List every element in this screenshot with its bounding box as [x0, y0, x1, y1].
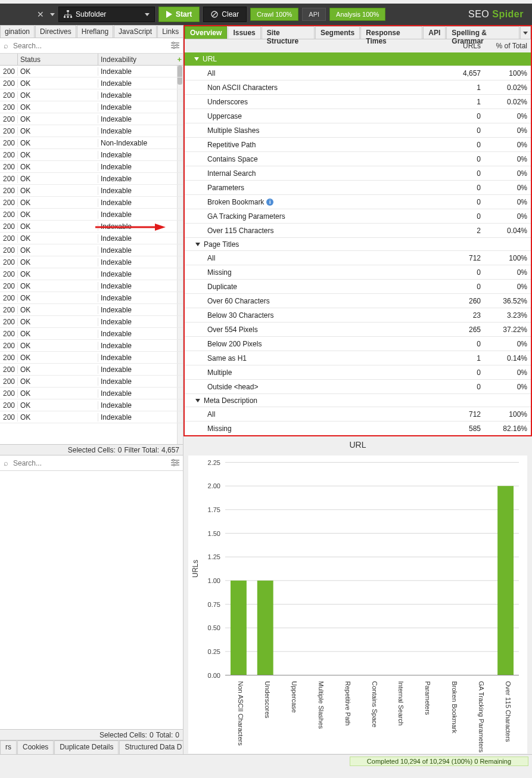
- overview-row[interactable]: Contains Space 00%: [185, 151, 531, 166]
- table-row[interactable]: 200OKIndexable: [0, 399, 183, 411]
- right-tab[interactable]: Site Structure: [262, 26, 315, 39]
- table-row[interactable]: 200OKIndexable: [0, 161, 183, 173]
- overview-row[interactable]: All 712100%: [185, 250, 531, 265]
- right-tab[interactable]: Issues: [228, 26, 260, 39]
- table-row[interactable]: 200OKIndexable: [0, 113, 183, 125]
- table-row[interactable]: 200OKIndexable: [0, 89, 183, 101]
- table-row[interactable]: 200OKIndexable: [0, 244, 183, 256]
- bottom-tab[interactable]: Duplicate Details: [54, 740, 119, 754]
- close-icon[interactable]: ✕: [37, 10, 44, 19]
- overview-row[interactable]: Multiple 00%: [185, 365, 531, 379]
- overview-row[interactable]: Missing 58582.16%: [185, 421, 531, 435]
- annotation-arrow: [95, 222, 167, 232]
- overview-row[interactable]: All 4,657100%: [185, 66, 531, 80]
- table-row[interactable]: 200OKIndexable: [0, 197, 183, 209]
- table-row[interactable]: 200OKIndexable: [0, 388, 183, 399]
- right-tab[interactable]: Response Times: [360, 26, 422, 39]
- col-urls[interactable]: URLs: [437, 42, 484, 50]
- bottom-tab[interactable]: Structured Data D: [119, 740, 187, 754]
- overview-group-url[interactable]: URL: [185, 52, 531, 66]
- left-tab[interactable]: Directives: [35, 25, 76, 38]
- table-row[interactable]: 200OKIndexable: [0, 268, 183, 280]
- table-row[interactable]: 200OKIndexable: [0, 292, 183, 304]
- tab-overflow-dropdown[interactable]: [520, 26, 531, 39]
- svg-rect-54: [497, 486, 514, 675]
- table-row[interactable]: 200OKIndexable: [0, 340, 183, 352]
- table-row[interactable]: 200OKIndexable: [0, 185, 183, 197]
- svg-text:Over 115 Characters: Over 115 Characters: [505, 681, 512, 743]
- left-tab[interactable]: Links: [157, 25, 183, 38]
- overview-row[interactable]: Over 115 Characters 20.04%: [185, 223, 531, 237]
- analysis-progress-badge[interactable]: Analysis 100%: [329, 8, 385, 21]
- overview-row[interactable]: Below 200 Pixels 00%: [185, 336, 531, 351]
- overview-row[interactable]: Non ASCII Characters 10.02%: [185, 80, 531, 94]
- col-pct[interactable]: % of Total: [484, 42, 531, 50]
- annotation-highlight-box: OverviewIssuesSite StructureSegmentsResp…: [183, 25, 532, 436]
- overview-row[interactable]: Parameters 00%: [185, 180, 531, 194]
- right-tab[interactable]: Segments: [315, 26, 360, 39]
- right-tab[interactable]: Spelling & Grammar: [446, 26, 519, 39]
- clear-button[interactable]: Clear: [203, 7, 247, 22]
- search-input[interactable]: [12, 41, 167, 51]
- col-status[interactable]: Status: [18, 54, 98, 65]
- overview-row[interactable]: Internal Search 00%: [185, 166, 531, 180]
- table-row[interactable]: 200OKIndexable: [0, 411, 183, 423]
- overview-row[interactable]: All 712100%: [185, 407, 531, 421]
- table-row[interactable]: 200OKIndexable: [0, 352, 183, 364]
- overview-row[interactable]: Over 60 Characters 26036.52%: [185, 293, 531, 308]
- overview-row[interactable]: Below 30 Characters 233.23%: [185, 308, 531, 322]
- add-column-icon[interactable]: +: [177, 55, 182, 64]
- overview-row[interactable]: Missing 00%: [185, 265, 531, 279]
- table-row[interactable]: 200OKNon-Indexable: [0, 137, 183, 149]
- left-tab[interactable]: Hreflang: [77, 25, 113, 38]
- bottom-tab[interactable]: rs: [0, 740, 17, 754]
- table-row[interactable]: 200OKIndexable: [0, 209, 183, 221]
- overview-row[interactable]: Over 554 Pixels 26537.22%: [185, 322, 531, 336]
- overview-row[interactable]: Multiple Slashes 00%: [185, 123, 531, 137]
- table-row[interactable]: 200OKIndexable: [0, 149, 183, 161]
- svg-text:Broken Bookmark: Broken Bookmark: [451, 681, 458, 734]
- table-row[interactable]: 200OKIndexable: [0, 316, 183, 328]
- overview-row[interactable]: Repetitive Path 00%: [185, 137, 531, 151]
- overview-group-page-titles[interactable]: Page Titles: [185, 237, 531, 250]
- api-badge[interactable]: API: [302, 8, 326, 21]
- svg-text:1.25: 1.25: [208, 553, 220, 560]
- table-row[interactable]: 200OKIndexable: [0, 173, 183, 185]
- start-button[interactable]: Start: [158, 7, 200, 22]
- table-row[interactable]: 200OKIndexable: [0, 78, 183, 89]
- overview-group-meta-description[interactable]: Meta Description: [185, 393, 531, 407]
- filter-settings-icon[interactable]: [171, 41, 179, 51]
- overview-row[interactable]: Duplicate 00%: [185, 279, 531, 293]
- table-row[interactable]: 200OKIndexable: [0, 364, 183, 376]
- table-row[interactable]: 200OKIndexable: [0, 101, 183, 113]
- left-tab[interactable]: JavaScript: [114, 25, 157, 38]
- overview-row[interactable]: Uppercase 00%: [185, 109, 531, 123]
- table-row[interactable]: 200OKIndexable: [0, 66, 183, 78]
- col-indexability[interactable]: Indexability: [98, 54, 183, 65]
- svg-text:2.25: 2.25: [208, 459, 220, 466]
- filter-settings-icon[interactable]: [171, 458, 179, 468]
- left-tab[interactable]: gination: [0, 25, 35, 38]
- mode-select[interactable]: Subfolder: [58, 7, 155, 22]
- table-row[interactable]: 200OKIndexable: [0, 280, 183, 292]
- table-row[interactable]: 200OKIndexable: [0, 304, 183, 316]
- grid-body[interactable]: 200OKIndexable200OKIndexable200OKIndexab…: [0, 66, 183, 444]
- search-icon: ⌕: [4, 458, 8, 467]
- lower-search-input[interactable]: [12, 458, 167, 468]
- chevron-down-icon[interactable]: [50, 13, 55, 16]
- crawl-progress-badge[interactable]: Crawl 100%: [250, 8, 298, 21]
- table-row[interactable]: 200OKIndexable: [0, 256, 183, 268]
- table-row[interactable]: 200OKIndexable: [0, 233, 183, 244]
- info-icon[interactable]: i: [266, 199, 273, 206]
- right-tab[interactable]: Overview: [185, 26, 227, 39]
- overview-row[interactable]: GA Tracking Parameters 00%: [185, 209, 531, 223]
- table-row[interactable]: 200OKIndexable: [0, 328, 183, 340]
- right-tab[interactable]: API: [423, 26, 446, 39]
- table-row[interactable]: 200OKIndexable: [0, 376, 183, 388]
- overview-row[interactable]: Same as H1 10.14%: [185, 351, 531, 365]
- overview-row[interactable]: Underscores 10.02%: [185, 94, 531, 109]
- overview-row[interactable]: Broken Bookmark i00%: [185, 194, 531, 209]
- overview-row[interactable]: Outside <head> 00%: [185, 379, 531, 393]
- table-row[interactable]: 200OKIndexable: [0, 125, 183, 137]
- bottom-tab[interactable]: Cookies: [17, 740, 54, 754]
